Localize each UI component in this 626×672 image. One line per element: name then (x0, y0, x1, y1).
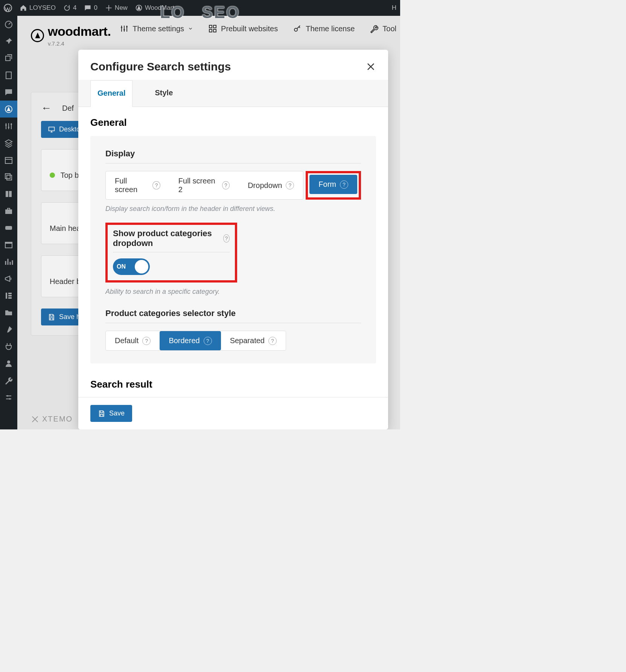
search-settings-dialog: Configure Search settings General Style … (78, 50, 388, 429)
display-option-dropdown[interactable]: Dropdown ? (239, 171, 303, 199)
help-icon[interactable]: ? (223, 234, 230, 243)
dialog-save-button[interactable]: Save (90, 405, 132, 422)
help-icon[interactable]: ? (152, 181, 160, 189)
selector-style-bordered[interactable]: Bordered ? (160, 331, 221, 350)
selector-style-default[interactable]: Default ? (106, 331, 160, 350)
help-icon[interactable]: ? (222, 181, 230, 189)
divider (113, 252, 230, 252)
help-icon[interactable]: ? (340, 180, 348, 189)
display-option-fullscreen2[interactable]: Full screen 2 ? (169, 171, 239, 199)
categories-toggle-title: Show product categories dropdown (113, 229, 220, 248)
display-option-fullscreen[interactable]: Full screen ? (106, 171, 169, 199)
loyseo-watermark: LO SEO (160, 3, 240, 22)
highlight-categories-toggle: Show product categories dropdown ? ON (105, 223, 361, 283)
selector-style-separated[interactable]: Separated ? (221, 331, 286, 350)
section-general-heading: General (90, 117, 376, 128)
display-hint: Display search icon/form in the header i… (105, 205, 361, 213)
help-icon[interactable]: ? (286, 181, 294, 189)
display-option-group: Full screen ? Full screen 2 ? Dropdown ? (105, 171, 361, 200)
save-icon (98, 410, 105, 417)
close-icon (366, 61, 376, 72)
display-title: Display (105, 149, 361, 159)
dialog-footer: Save (78, 397, 388, 429)
dialog-close-button[interactable] (366, 61, 376, 72)
tab-style[interactable]: Style (148, 80, 180, 107)
dialog-tabs: General Style (78, 80, 388, 107)
divider (105, 163, 361, 163)
general-section-card: Display Full screen ? Full screen 2 ? (90, 136, 376, 363)
tab-general[interactable]: General (90, 80, 133, 107)
categories-toggle-hint: Ability to search in a specific category… (105, 288, 361, 296)
dialog-title: Configure Search settings (90, 60, 231, 73)
help-icon[interactable]: ? (142, 337, 151, 345)
dialog-body: General Display Full screen ? Full scree… (78, 107, 388, 397)
display-option-form[interactable]: Form ? (309, 175, 357, 194)
help-icon[interactable]: ? (268, 337, 277, 345)
selector-style-option-group: Default ? Bordered ? Separated ? (105, 331, 286, 351)
divider (105, 323, 361, 323)
highlight-form-option: Form ? (306, 171, 361, 200)
help-icon[interactable]: ? (204, 337, 212, 345)
dialog-header: Configure Search settings (78, 50, 388, 80)
leaf-icon (185, 4, 202, 21)
switch-knob (135, 260, 148, 273)
section-search-result-heading: Search result (90, 379, 376, 390)
selector-style-title: Product categories selector style (105, 309, 361, 318)
categories-toggle-switch[interactable]: ON (113, 258, 150, 275)
